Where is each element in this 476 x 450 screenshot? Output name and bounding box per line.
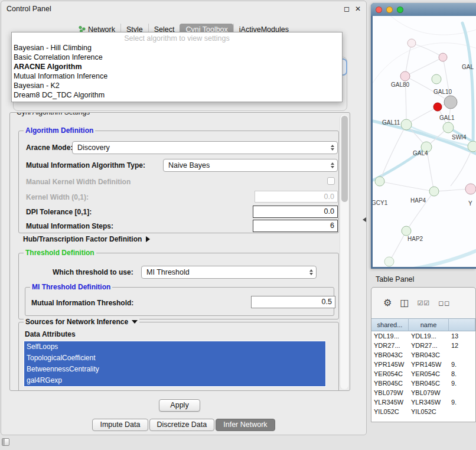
table-cell[interactable] — [449, 350, 475, 360]
aracne-mode-combobox[interactable]: Discovery — [72, 141, 338, 154]
table-row[interactable]: YIL052CYIL052C — [371, 407, 475, 416]
hide-columns-icon[interactable]: ◻◻ — [438, 300, 450, 306]
node-hap2[interactable] — [402, 226, 411, 236]
node-gcy1[interactable] — [375, 177, 384, 186]
table-cell[interactable]: YBL079W — [371, 388, 409, 397]
kernel-width-field[interactable]: 0.0 — [255, 191, 338, 203]
network-node[interactable] — [433, 103, 442, 111]
network-edge[interactable] — [380, 125, 406, 181]
network-edge[interactable] — [380, 181, 434, 191]
network-node[interactable] — [465, 184, 476, 194]
table-cell[interactable]: 9. — [449, 397, 475, 407]
column-header-more[interactable] — [449, 318, 475, 331]
table-cell[interactable]: YBR043C — [409, 350, 449, 360]
node-hap4[interactable] — [429, 187, 439, 196]
table-cell[interactable]: 12 — [449, 341, 475, 350]
settings-gear-icon[interactable]: ⚙ — [383, 298, 392, 308]
table-cell[interactable]: YPR145W — [371, 360, 409, 369]
network-edge[interactable] — [407, 247, 476, 267]
table-cell[interactable]: YPR145W — [409, 360, 449, 369]
network-edge[interactable] — [405, 43, 412, 76]
network-edge[interactable] — [405, 57, 443, 76]
column-header-name[interactable]: name — [409, 318, 449, 331]
network-node[interactable] — [384, 257, 394, 266]
dpi-tolerance-field[interactable]: 0.0 — [253, 206, 338, 218]
table-cell[interactable]: YBR045C — [409, 379, 449, 388]
hub-section-toggle[interactable]: Hub/Transcription Factor Definition — [23, 235, 150, 243]
algorithm-option-dream8-dc-tdc-algorithm[interactable]: Dream8 DC_TDC Algorithm — [12, 90, 342, 100]
settings-scrollbar[interactable] — [340, 115, 348, 389]
tab-infer-network[interactable]: Infer Network — [216, 419, 275, 431]
node-gal80[interactable] — [400, 71, 410, 81]
column-chooser-icon[interactable]: ◫ — [400, 298, 409, 308]
splitter-collapse-icon[interactable] — [363, 217, 366, 222]
table-row[interactable]: YBR045CYBR045C9. — [371, 379, 475, 388]
minimize-window-button[interactable] — [386, 6, 393, 13]
network-node[interactable] — [407, 39, 416, 47]
scrollbar-thumb[interactable] — [341, 116, 348, 202]
show-columns-icon[interactable]: ☑☑ — [417, 300, 430, 306]
network-edge[interactable] — [443, 57, 451, 102]
table-cell[interactable]: 9. — [449, 360, 475, 369]
network-node[interactable] — [432, 74, 441, 84]
table-row[interactable]: YDL19...YDL19...13 — [371, 331, 475, 341]
table-cell[interactable]: YBR045C — [371, 379, 409, 388]
table-cell[interactable]: YER054C — [371, 369, 409, 379]
manual-kernel-checkbox[interactable] — [327, 177, 335, 185]
tab-impute-data[interactable]: Impute Data — [92, 419, 148, 431]
minimized-panel-icon[interactable] — [2, 438, 9, 446]
table-row[interactable]: YBL079WYBL079W — [371, 388, 475, 397]
network-edge[interactable] — [412, 43, 443, 57]
sources-group-title[interactable]: Sources for Network Inference — [24, 318, 139, 326]
table-cell[interactable]: YBL079W — [409, 388, 449, 397]
tab-discretize-data[interactable]: Discretize Data — [149, 419, 215, 431]
network-edge[interactable] — [462, 23, 473, 146]
mi-type-combobox[interactable]: Naive Bayes — [163, 159, 338, 172]
table-cell[interactable]: YDL19... — [371, 331, 409, 341]
algorithm-option-bayesian-hill-climbing[interactable]: Bayesian - Hill Climbing — [12, 43, 342, 53]
algorithm-option-mutual-information-inference[interactable]: Mutual Information Inference — [12, 71, 342, 81]
algorithm-option-basic-correlation-inference[interactable]: Basic Correlation Inference — [12, 53, 342, 62]
attribute-item-gal4rgexp[interactable]: gal4RGexp — [24, 375, 325, 386]
table-cell[interactable]: YBR043C — [371, 350, 409, 360]
attribute-item-selfloops[interactable]: SelfLoops — [24, 341, 325, 353]
node-gal1[interactable] — [443, 122, 454, 133]
table-cell[interactable]: 13 — [449, 331, 475, 341]
node-gal10[interactable] — [444, 96, 457, 109]
mi-steps-field[interactable]: 6 — [253, 220, 338, 232]
table-cell[interactable]: 8. — [449, 369, 475, 379]
table-cell[interactable]: YLR345W — [371, 397, 409, 407]
mi-threshold-field[interactable]: 0.5 — [251, 296, 335, 308]
node-gal11[interactable] — [401, 119, 412, 130]
table-cell[interactable]: YDL19... — [409, 331, 449, 341]
network-edge[interactable] — [389, 231, 406, 262]
attribute-item-topologicalcoefficient[interactable]: TopologicalCoefficient — [24, 353, 325, 364]
close-panel-icon[interactable]: ✕ — [355, 5, 361, 13]
table-cell[interactable]: YIL052C — [409, 407, 449, 416]
table-row[interactable]: YER054CYER054C8. — [371, 369, 475, 379]
table-cell[interactable]: YDR27... — [409, 341, 449, 350]
node-swi4[interactable] — [468, 141, 476, 152]
algorithm-option-aracne-algorithm[interactable]: ARACNE Algorithm — [12, 62, 342, 71]
table-row[interactable]: YLR345WYLR345W9. — [371, 397, 475, 407]
table-row[interactable]: YDR27...YDR27...12 — [371, 341, 475, 350]
table-cell[interactable] — [449, 388, 475, 397]
table-cell[interactable] — [449, 407, 475, 416]
which-threshold-combobox[interactable]: MI Threshold — [141, 266, 317, 279]
network-node[interactable] — [439, 53, 447, 61]
attribute-item-betweennesscentrality[interactable]: BetweennessCentrality — [24, 364, 325, 375]
column-header-shared[interactable]: shared... — [371, 318, 409, 331]
network-edge[interactable] — [373, 43, 476, 99]
zoom-window-button[interactable] — [397, 6, 403, 13]
algorithm-option-bayesian-k2[interactable]: Bayesian - K2 — [12, 81, 342, 90]
close-window-button[interactable] — [376, 6, 382, 13]
table-cell[interactable]: YDR27... — [371, 341, 409, 350]
network-canvas[interactable]: GALGAL80GAL10GAL11GAL1SWI4GAL4GCY1HAP4YH… — [373, 16, 476, 267]
network-window-titlebar[interactable] — [371, 3, 476, 16]
table-cell[interactable]: YLR345W — [409, 397, 449, 407]
apply-button[interactable]: Apply — [159, 399, 200, 412]
table-cell[interactable]: 9. — [449, 379, 475, 388]
table-cell[interactable]: YER054C — [409, 369, 449, 379]
float-panel-icon[interactable]: ◻ — [344, 5, 350, 13]
table-row[interactable]: YPR145WYPR145W9. — [371, 360, 475, 369]
